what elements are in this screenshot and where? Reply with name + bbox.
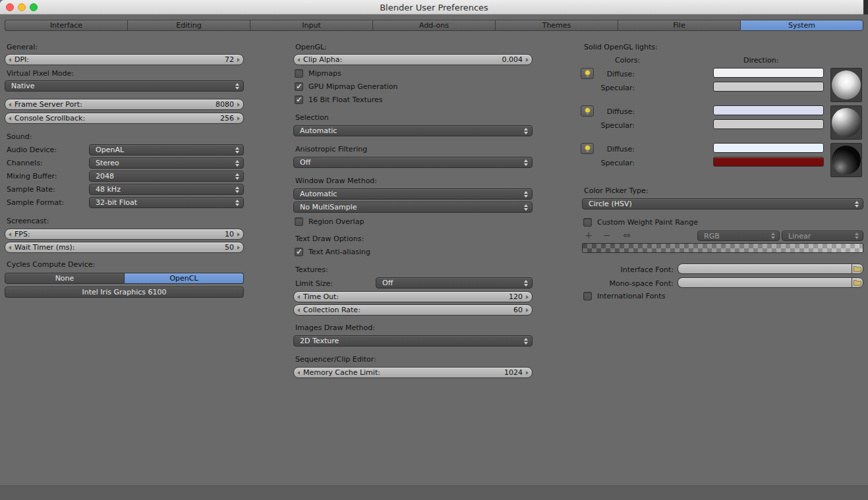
decrement-arrow-icon[interactable] (9, 58, 11, 62)
mixing-buffer-dropdown[interactable]: 2048 (89, 171, 244, 182)
anisotropic-filtering-dropdown[interactable]: Off (293, 157, 533, 168)
direction-ball (832, 108, 861, 137)
increment-arrow-icon[interactable] (526, 58, 529, 62)
section-cycles-label: Cycles Compute Device: (7, 260, 95, 269)
increment-arrow-icon[interactable] (526, 308, 529, 312)
section-sound-label: Sound: (7, 132, 32, 141)
increment-arrow-icon[interactable] (237, 233, 240, 236)
images-draw-method-dropdown[interactable]: 2D Texture (293, 335, 533, 347)
light-1-specular-color-swatch[interactable] (713, 82, 824, 92)
browse-folder-button[interactable] (852, 264, 863, 274)
decrement-arrow-icon[interactable] (9, 103, 11, 107)
tab-themes[interactable]: Themes (495, 20, 618, 31)
audio-device-dropdown[interactable]: OpenAL (89, 144, 244, 155)
texture-time-out-field[interactable]: Time Out: 120 (293, 291, 533, 302)
slider-value: 72 (225, 55, 234, 64)
slider-label: DPI: (14, 55, 29, 64)
light-3-specular-color-swatch[interactable] (713, 157, 824, 167)
dropdown-arrows-icon (524, 128, 528, 134)
file-path-input[interactable] (678, 277, 852, 288)
increment-arrow-icon[interactable] (526, 295, 529, 299)
dropdown-value: 2D Texture (300, 337, 339, 345)
colorband-delete-button[interactable]: − (600, 231, 614, 240)
frame-server-port-field[interactable]: Frame Server Port: 8080 (5, 99, 244, 110)
tab-system[interactable]: System (740, 20, 863, 31)
decrement-arrow-icon[interactable] (297, 371, 300, 375)
slider-value: 1024 (504, 368, 523, 377)
console-scrollback-field[interactable]: Console Scrollback: 256 (5, 113, 244, 124)
dropdown-arrows-icon (524, 191, 528, 198)
light-1-direction-sphere[interactable] (830, 68, 862, 102)
cycles-gpu-device-button[interactable]: Intel Iris Graphics 6100 (5, 287, 244, 298)
slider-value: 50 (225, 243, 234, 252)
tab-file[interactable]: File (618, 20, 740, 31)
decrement-arrow-icon[interactable] (9, 117, 11, 121)
specular-label: Specular: (582, 159, 635, 167)
tab-input[interactable]: Input (250, 20, 372, 31)
decrement-arrow-icon[interactable] (297, 295, 300, 299)
clip-alpha-slider[interactable]: Clip Alpha: 0.004 (293, 54, 533, 65)
light-2-direction-sphere[interactable] (830, 105, 862, 140)
light-1-diffuse-color-swatch[interactable] (713, 68, 824, 78)
increment-arrow-icon[interactable] (237, 58, 240, 62)
diffuse-label: Diffuse: (582, 107, 635, 116)
custom-weight-paint-range-checkbox[interactable]: Custom Weight Paint Range (583, 217, 698, 227)
light-3-direction-sphere[interactable] (830, 143, 862, 177)
texture-collection-rate-field[interactable]: Collection Rate: 60 (293, 304, 533, 316)
memory-cache-limit-field[interactable]: Memory Cache Limit: 1024 (293, 367, 533, 378)
checkbox-label: Text Anti-aliasing (308, 248, 370, 256)
fps-field[interactable]: FPS: 10 (5, 229, 244, 240)
colorband-flip-icon[interactable]: ⇔ (620, 231, 633, 240)
sample-format-dropdown[interactable]: 32-bit Float (89, 197, 244, 208)
cycles-device-none-button[interactable]: None (5, 273, 125, 284)
monospace-font-field[interactable] (678, 277, 863, 288)
international-fonts-checkbox[interactable]: International Fonts (583, 291, 665, 300)
weight-paint-colorband[interactable] (582, 243, 863, 253)
dropdown-value: Automatic (300, 190, 337, 198)
dropdown-value: 2048 (96, 172, 114, 181)
interface-font-field[interactable] (678, 264, 863, 274)
section-screencast-label: Screencast: (7, 217, 49, 225)
light-2-diffuse-color-swatch[interactable] (713, 105, 824, 115)
sample-format-label: Sample Format: (7, 198, 64, 207)
cycles-device-opencl-button[interactable]: OpenCL (125, 273, 244, 284)
window-draw-method-dropdown[interactable]: Automatic (293, 188, 533, 200)
multisample-dropdown[interactable]: No MultiSample (293, 202, 533, 213)
tab-editing[interactable]: Editing (127, 20, 250, 31)
decrement-arrow-icon[interactable] (9, 233, 11, 236)
increment-arrow-icon[interactable] (237, 246, 240, 250)
16bit-float-textures-checkbox[interactable]: 16 Bit Float Textures (295, 95, 383, 104)
color-picker-type-dropdown[interactable]: Circle (HSV) (582, 198, 863, 209)
channels-dropdown[interactable]: Stereo (89, 157, 244, 169)
bottom-editor-header (0, 486, 868, 500)
increment-arrow-icon[interactable] (237, 117, 240, 121)
section-opengl-label: OpenGL: (295, 43, 327, 51)
decrement-arrow-icon[interactable] (297, 308, 300, 312)
dpi-slider[interactable]: DPI: 72 (5, 54, 244, 65)
light-3-diffuse-color-swatch[interactable] (713, 143, 824, 153)
decrement-arrow-icon[interactable] (9, 246, 11, 250)
colorband-add-button[interactable]: + (582, 231, 595, 240)
window-titlebar[interactable]: Blender User Preferences (0, 0, 868, 14)
increment-arrow-icon[interactable] (526, 371, 529, 375)
text-antialiasing-checkbox[interactable]: Text Anti-aliasing (295, 247, 370, 256)
colorband-interpolation-dropdown[interactable]: Linear (782, 231, 863, 241)
tab-addons[interactable]: Add-ons (372, 20, 495, 31)
selection-method-dropdown[interactable]: Automatic (293, 125, 533, 136)
region-overlap-checkbox[interactable]: Region Overlap (295, 217, 364, 226)
dropdown-value: 48 kHz (96, 185, 121, 194)
texture-limit-size-dropdown[interactable]: Off (376, 277, 533, 289)
browse-folder-button[interactable] (852, 277, 863, 288)
mipmaps-checkbox[interactable]: Mipmaps (295, 69, 341, 78)
wait-timer-field[interactable]: Wait Timer (ms): 50 (5, 242, 244, 253)
dropdown-arrows-icon (235, 200, 239, 206)
increment-arrow-icon[interactable] (237, 103, 240, 107)
decrement-arrow-icon[interactable] (297, 58, 300, 62)
file-path-input[interactable] (678, 264, 852, 274)
light-2-specular-color-swatch[interactable] (713, 119, 824, 129)
virtual-pixel-mode-dropdown[interactable]: Native (5, 80, 244, 92)
sample-rate-dropdown[interactable]: 48 kHz (89, 184, 244, 195)
gpu-mipmap-checkbox[interactable]: GPU Mipmap Generation (295, 82, 398, 91)
tab-interface[interactable]: Interface (5, 20, 127, 31)
colorband-color-mode-dropdown[interactable]: RGB (697, 231, 780, 241)
